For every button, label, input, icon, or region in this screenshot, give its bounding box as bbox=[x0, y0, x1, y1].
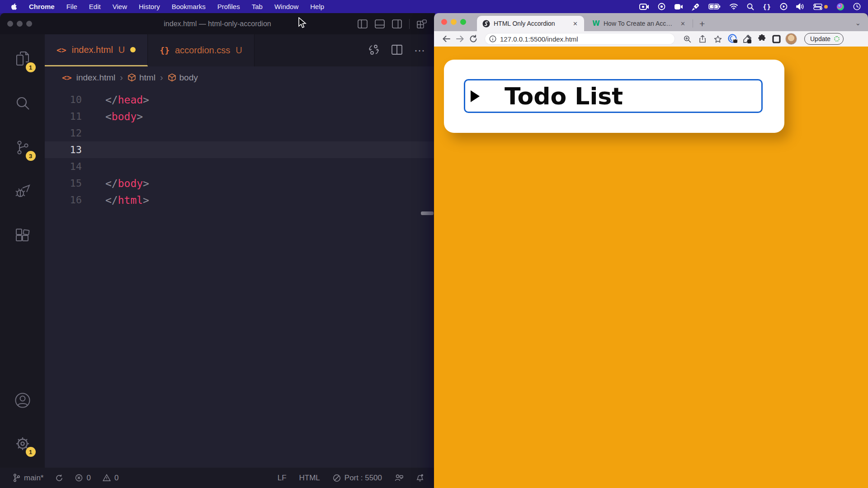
bookmark-star-icon[interactable] bbox=[712, 33, 724, 45]
breadcrumb-html[interactable]: html bbox=[127, 73, 156, 83]
forward-button[interactable] bbox=[453, 33, 467, 45]
new-tab-button[interactable]: + bbox=[696, 19, 708, 29]
profile-avatar[interactable] bbox=[785, 33, 797, 45]
video-camera-icon[interactable] bbox=[674, 2, 683, 11]
menu-item-view[interactable]: View bbox=[107, 3, 133, 10]
open-changes-icon[interactable] bbox=[368, 44, 380, 57]
tab-html-only-accordion[interactable]: HTML Only Accordion ✕ bbox=[477, 16, 584, 31]
maximize-button[interactable] bbox=[26, 21, 32, 27]
tab-label: index.html bbox=[72, 45, 113, 55]
modified-dot-icon[interactable] bbox=[130, 47, 136, 52]
back-button[interactable] bbox=[439, 33, 453, 45]
rocket-icon[interactable] bbox=[692, 2, 700, 11]
accordion-summary[interactable]: Todo List bbox=[464, 79, 763, 113]
scrollbar-handle[interactable] bbox=[421, 211, 434, 215]
update-button[interactable]: Update bbox=[804, 33, 844, 45]
extensions-icon[interactable] bbox=[11, 225, 34, 248]
minimize-button[interactable] bbox=[17, 21, 23, 27]
record-icon[interactable] bbox=[658, 2, 665, 11]
html-file-icon: <> bbox=[57, 45, 66, 55]
language-item[interactable]: HTML bbox=[299, 474, 320, 483]
toggle-panel-icon[interactable] bbox=[375, 19, 385, 29]
remote-user-icon[interactable] bbox=[395, 474, 403, 482]
explorer-icon[interactable]: 1 bbox=[11, 48, 34, 70]
address-bar[interactable]: 127.0.0.1:5500/index.html bbox=[485, 33, 675, 45]
code-line-11[interactable]: 11<body> bbox=[45, 108, 435, 125]
maximize-button[interactable] bbox=[460, 19, 466, 25]
split-editor-icon[interactable] bbox=[392, 45, 402, 56]
source-control-icon[interactable]: 3 bbox=[11, 136, 34, 159]
code-lines[interactable]: 10</head>11<body>12131415</body>16</html… bbox=[45, 89, 435, 468]
errors-item[interactable]: 0 bbox=[75, 474, 90, 483]
menu-item-bookmarks[interactable]: Bookmarks bbox=[166, 3, 212, 10]
camera-icon[interactable] bbox=[639, 2, 649, 11]
warnings-item[interactable]: 0 bbox=[103, 474, 118, 483]
port-item[interactable]: Port : 5500 bbox=[333, 474, 382, 483]
menu-item-window[interactable]: Window bbox=[269, 3, 304, 10]
site-info-icon[interactable] bbox=[489, 35, 496, 42]
tab-index-html[interactable]: <> index.html U bbox=[45, 34, 148, 66]
search-panel-icon[interactable] bbox=[11, 92, 34, 115]
password-manager-extension-icon[interactable] bbox=[727, 33, 738, 44]
menu-item-file[interactable]: File bbox=[61, 3, 83, 10]
code-line-13[interactable]: 13 bbox=[45, 141, 435, 158]
eol-item[interactable]: LF bbox=[278, 474, 287, 483]
zoom-icon[interactable] bbox=[681, 33, 693, 45]
menu-item-help[interactable]: Help bbox=[304, 3, 330, 10]
battery-charging-icon[interactable] bbox=[708, 2, 721, 11]
notifications-bell-icon[interactable] bbox=[416, 474, 424, 482]
share-icon[interactable] bbox=[697, 33, 708, 45]
breadcrumb-file[interactable]: index.html bbox=[76, 73, 116, 83]
more-actions-icon[interactable]: ⋯ bbox=[414, 44, 426, 57]
menu-item-profiles[interactable]: Profiles bbox=[212, 3, 246, 10]
menu-item-edit[interactable]: Edit bbox=[83, 3, 107, 10]
customize-layout-icon[interactable] bbox=[417, 19, 427, 29]
close-button[interactable] bbox=[7, 21, 13, 27]
run-debug-icon[interactable] bbox=[11, 181, 34, 203]
tab-accordion-css[interactable]: {} accordion.css U bbox=[148, 34, 254, 66]
apple-logo-icon[interactable] bbox=[10, 3, 17, 10]
chrome-traffic-lights bbox=[441, 19, 466, 25]
siri-icon[interactable] bbox=[836, 2, 844, 11]
toolbar-right: Update bbox=[681, 33, 844, 45]
play-circle-icon[interactable] bbox=[780, 2, 788, 11]
toggle-secondary-sidebar-icon[interactable] bbox=[392, 19, 402, 29]
tab-how-to-create-accordion[interactable]: W How To Create an Accordion ✕ bbox=[587, 16, 692, 31]
colorpicker-extension-icon[interactable] bbox=[742, 33, 753, 44]
url-text: 127.0.0.1:5500/index.html bbox=[500, 35, 578, 43]
search-tabs-chevron-icon[interactable]: ⌄ bbox=[855, 19, 861, 27]
page-content: Todo List bbox=[434, 47, 868, 488]
extensions-puzzle-icon[interactable] bbox=[756, 33, 767, 44]
sync-item[interactable] bbox=[55, 474, 63, 482]
menu-item-tab[interactable]: Tab bbox=[246, 3, 269, 10]
control-center-icon[interactable] bbox=[813, 2, 828, 11]
vscode-title-bar[interactable]: index.html — html-only-accordion bbox=[0, 13, 435, 34]
minimize-button[interactable] bbox=[451, 19, 457, 25]
editor-area: <> index.html U {} accordion.css U ⋯ <> bbox=[45, 34, 435, 468]
line-number: 10 bbox=[45, 94, 105, 105]
tab-close-icon[interactable]: ✕ bbox=[679, 19, 687, 28]
braces-icon[interactable]: {} bbox=[763, 2, 771, 11]
code-line-15[interactable]: 15</body> bbox=[45, 175, 435, 192]
toggle-sidebar-icon[interactable] bbox=[358, 19, 368, 29]
code-line-14[interactable]: 14 bbox=[45, 158, 435, 175]
wifi-icon[interactable] bbox=[729, 2, 738, 11]
code-line-10[interactable]: 10</head> bbox=[45, 91, 435, 108]
volume-icon[interactable] bbox=[796, 2, 805, 11]
settings-gear-icon[interactable]: 1 bbox=[11, 432, 34, 455]
reader-extension-icon[interactable] bbox=[771, 33, 782, 44]
git-branch-item[interactable]: main* bbox=[13, 474, 43, 483]
code-line-16[interactable]: 16</html> bbox=[45, 192, 435, 208]
close-button[interactable] bbox=[441, 19, 447, 25]
accordion-details[interactable]: Todo List bbox=[464, 79, 763, 113]
account-icon[interactable] bbox=[11, 389, 34, 412]
editor-tab-bar: <> index.html U {} accordion.css U ⋯ bbox=[45, 34, 435, 66]
menu-item-chrome[interactable]: Chrome bbox=[23, 3, 61, 10]
code-line-12[interactable]: 12 bbox=[45, 125, 435, 141]
breadcrumb-body[interactable]: body bbox=[168, 73, 198, 83]
tab-close-icon[interactable]: ✕ bbox=[571, 19, 580, 28]
search-icon[interactable] bbox=[747, 2, 754, 11]
menu-item-history[interactable]: History bbox=[133, 3, 166, 10]
clock-icon[interactable] bbox=[853, 2, 861, 11]
reload-button[interactable] bbox=[467, 33, 480, 45]
